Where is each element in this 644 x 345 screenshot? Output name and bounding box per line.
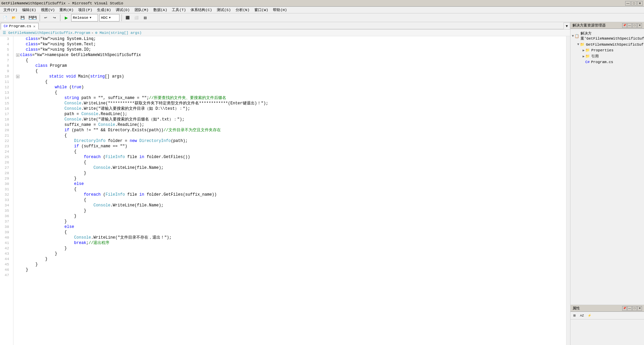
- breadcrumb-left[interactable]: ☰ GetFileNameWithSpecificSuffix.Program: [3, 31, 90, 35]
- props-alpha-btn[interactable]: AZ: [579, 312, 585, 318]
- tab-list-button[interactable]: ▼: [563, 22, 570, 29]
- solution-tree: ▼ 📋 解决方案'GetFileNameWithSpecificSuffix'(…: [572, 30, 643, 65]
- menu-build[interactable]: 生成(B): [95, 7, 113, 13]
- properties-label: 属性: [573, 306, 580, 311]
- breadcrumb-right[interactable]: ⚙ Main(string[] args): [95, 31, 142, 35]
- properties-title: 属性 📌 — □ ✕: [571, 305, 644, 312]
- panel-close-button[interactable]: ✕: [637, 23, 642, 28]
- panel-controls: 📌 — □ ✕: [622, 23, 642, 28]
- code-line: }: [16, 219, 563, 224]
- properties-label: Properties: [591, 48, 613, 52]
- code-line: }: [16, 246, 563, 251]
- props-close-button[interactable]: ✕: [637, 306, 642, 311]
- properties-toolbar: ⊞ AZ ⚡: [571, 312, 644, 319]
- code-line: }: [16, 176, 563, 181]
- tab-close-icon[interactable]: ✕: [33, 24, 36, 29]
- code-line: if (suffix_name == ""): [16, 144, 563, 149]
- menu-architecture[interactable]: 体系结构(C): [189, 7, 214, 13]
- code-line: }: [16, 267, 563, 273]
- menu-window[interactable]: 窗口(W): [252, 7, 270, 13]
- menu-view[interactable]: 视图(V): [39, 7, 57, 13]
- menu-data[interactable]: 数据(A): [151, 7, 169, 13]
- editor-body: 3456789101112131415161718192021222324252…: [0, 36, 570, 345]
- code-line: {: [16, 79, 563, 85]
- tree-program-cs[interactable]: C# Program.cs: [572, 59, 643, 65]
- code-line: else: [16, 224, 563, 230]
- config-dropdown[interactable]: Release ▼: [71, 14, 98, 21]
- menu-analyze[interactable]: 分析(N): [234, 7, 252, 13]
- minimize-button[interactable]: —: [625, 1, 631, 6]
- tab-label: Program.cs: [9, 24, 31, 28]
- close-button[interactable]: ✕: [637, 1, 643, 6]
- code-line: Console.Write("请输入要搜索的文件目录（如 D:\\test）："…: [16, 106, 563, 111]
- panel-pin-button[interactable]: 📌: [622, 23, 627, 28]
- code-line: class="kw">using System.IO;: [16, 47, 563, 52]
- code-line: if (path != "" && Directory.Exists(path)…: [16, 128, 563, 133]
- code-editor[interactable]: class="kw">using System.Linq; class="kw"…: [13, 36, 566, 345]
- props-pin-button[interactable]: 📌: [622, 306, 627, 311]
- toolbar-btn3[interactable]: ▤: [141, 14, 149, 21]
- program-cs-icon: C#: [585, 60, 590, 64]
- platform-dropdown-arrow: ▼: [109, 16, 111, 19]
- solution-explorer-title: 解决方案资源管理器 📌 — □ ✕: [571, 22, 644, 29]
- toolbar-sep2: [60, 14, 60, 21]
- code-line: }: [16, 251, 563, 256]
- tree-references[interactable]: ▶ 📁 引用: [572, 53, 643, 59]
- code-line: class="kw">using System.Text;: [16, 42, 563, 47]
- panel-maximize-button[interactable]: □: [632, 23, 637, 28]
- toolbar-btn2[interactable]: ⬜: [133, 14, 140, 21]
- window-controls: — □ ✕: [625, 1, 643, 6]
- menu-test[interactable]: 测试(S): [215, 7, 233, 13]
- menu-edit[interactable]: 编辑(E): [20, 7, 38, 13]
- toolbar-btn1[interactable]: ⬛: [124, 14, 131, 21]
- toolbar-undo[interactable]: ↩: [42, 14, 49, 21]
- code-line: }: [16, 208, 563, 213]
- code-line: foreach (FileInfo file in folder.GetFile…: [16, 154, 563, 160]
- menu-team[interactable]: 团队(M): [133, 7, 151, 13]
- tab-file-icon: C#: [4, 24, 8, 28]
- config-dropdown-arrow: ▼: [90, 16, 91, 19]
- code-line: foreach (FileInfo file in folder.GetFile…: [16, 192, 563, 197]
- window-title: GetFileNameWithSpecificSuffix - Microsof…: [1, 1, 123, 5]
- menu-help[interactable]: 帮助(H): [271, 7, 289, 13]
- tree-properties[interactable]: ▶ 📁 Properties: [572, 47, 643, 53]
- menu-file[interactable]: 文件(F): [1, 7, 19, 13]
- editor-container: C# Program.cs ✕ ▼ ☰ GetFileNameWithSpeci…: [0, 22, 570, 345]
- menu-debug[interactable]: 调试(D): [114, 7, 132, 13]
- code-line: DirectoryInfo folder = new DirectoryInfo…: [16, 138, 563, 144]
- menu-refactor[interactable]: 重构(R): [57, 7, 76, 13]
- code-breadcrumb: ☰ GetFileNameWithSpecificSuffix.Program …: [0, 30, 570, 36]
- props-maximize-button[interactable]: □: [632, 306, 637, 311]
- main-container: C# Program.cs ✕ ▼ ☰ GetFileNameWithSpeci…: [0, 22, 644, 345]
- code-line: class="kw">using System.Linq;: [16, 36, 563, 42]
- platform-dropdown[interactable]: HDC ▼: [99, 14, 119, 21]
- props-category-btn[interactable]: ⊞: [571, 312, 578, 318]
- toolbar-open[interactable]: 📂: [10, 14, 17, 21]
- properties-panel: 属性 📌 — □ ✕ ⊞ AZ ⚡: [571, 305, 644, 345]
- props-event-btn[interactable]: ⚡: [586, 312, 593, 318]
- solution-root[interactable]: ▼ 📋 解决方案'GetFileNameWithSpecificSuffix'(: [572, 30, 643, 42]
- code-line: {: [16, 160, 563, 165]
- solution-explorer-content: ▼ 📋 解决方案'GetFileNameWithSpecificSuffix'(…: [571, 29, 644, 305]
- toolbar-save-all[interactable]: 💾💾: [28, 14, 38, 21]
- properties-expand-arrow[interactable]: ▶: [583, 48, 585, 52]
- props-minimize-button[interactable]: —: [627, 306, 632, 311]
- references-expand-arrow[interactable]: ▶: [583, 54, 585, 58]
- tab-program-cs[interactable]: C# Program.cs ✕: [1, 23, 39, 30]
- code-line: }: [16, 262, 563, 267]
- code-line: Console.WriteLine("**********获取文件夹下特定类型文…: [16, 101, 563, 106]
- code-line: {: [16, 58, 563, 63]
- code-line: ⊟ static void Main(string[] args): [16, 74, 563, 79]
- maximize-button[interactable]: □: [631, 1, 637, 6]
- project-node[interactable]: ▼ 📁 GetFileNameWithSpecificSuffix: [572, 42, 643, 47]
- toolbar-save[interactable]: 💾: [19, 14, 26, 21]
- scroll-gutter[interactable]: [566, 36, 570, 345]
- panel-minimize-button[interactable]: —: [627, 23, 632, 28]
- toolbar-new[interactable]: 📄: [1, 14, 9, 21]
- project-expand-arrow[interactable]: ▼: [577, 43, 579, 46]
- toolbar-start[interactable]: ▶: [62, 14, 70, 21]
- menu-project[interactable]: 项目(P): [76, 7, 94, 13]
- menu-tools[interactable]: 工具(T): [170, 7, 188, 13]
- toolbar-redo[interactable]: ↪: [51, 14, 58, 21]
- solution-expand-arrow[interactable]: ▼: [572, 34, 574, 38]
